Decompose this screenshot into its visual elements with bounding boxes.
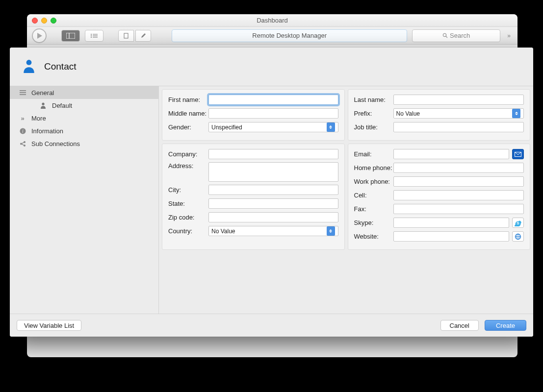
skype-button[interactable]: S xyxy=(512,218,524,228)
skype-icon: S xyxy=(515,220,521,226)
last-name-input[interactable] xyxy=(393,95,524,105)
sidebar-label: Information xyxy=(31,127,63,135)
state-input[interactable] xyxy=(208,198,338,209)
label: City: xyxy=(168,186,208,194)
toolbar-overflow-button[interactable]: » xyxy=(505,32,513,39)
label: Fax: xyxy=(354,205,393,213)
address-input[interactable] xyxy=(208,162,338,182)
select-value: No Value xyxy=(211,228,235,235)
address-bar[interactable]: Remote Desktop Manager xyxy=(172,29,407,42)
person-icon xyxy=(39,102,47,109)
envelope-icon xyxy=(515,152,521,157)
form-content: First name: Middle name: Gender: Unspeci… xyxy=(159,86,533,314)
label: Website: xyxy=(354,233,393,240)
sidebar-label: Sub Connections xyxy=(31,140,80,147)
select-value: Unspecified xyxy=(211,124,242,131)
sidebar-item-more[interactable]: » More xyxy=(10,112,158,124)
svg-rect-8 xyxy=(124,33,128,38)
cell-input[interactable] xyxy=(393,190,524,200)
label: Zip code: xyxy=(168,214,208,221)
label: Gender: xyxy=(168,123,208,131)
share-icon xyxy=(19,141,26,147)
fax-input[interactable] xyxy=(393,204,524,214)
sidebar-item-general[interactable]: General xyxy=(10,86,158,99)
label: Middle name: xyxy=(168,110,208,117)
sidebar-label: General xyxy=(31,89,54,97)
svg-point-15 xyxy=(42,102,44,105)
info-icon: i xyxy=(19,128,26,134)
label: Home phone: xyxy=(354,164,393,172)
city-input[interactable] xyxy=(208,185,338,195)
view-variable-list-button[interactable]: View Variable List xyxy=(17,320,81,331)
traffic-lights xyxy=(32,18,56,24)
middle-name-input[interactable] xyxy=(208,108,338,119)
work-phone-input[interactable] xyxy=(393,176,524,187)
personal-left-panel: First name: Middle name: Gender: Unspeci… xyxy=(162,89,345,141)
chevron-updown-icon xyxy=(512,109,520,118)
titlebar: Dashboard xyxy=(27,14,517,27)
svg-rect-0 xyxy=(66,33,75,39)
label: First name: xyxy=(168,96,208,103)
svg-text:S: S xyxy=(517,221,519,225)
job-title-input[interactable] xyxy=(393,122,524,132)
cancel-button[interactable]: Cancel xyxy=(440,320,479,331)
open-website-button[interactable] xyxy=(512,231,524,242)
svg-line-22 xyxy=(22,144,24,145)
search-placeholder: Search xyxy=(450,32,470,39)
sidebar-item-information[interactable]: i Information xyxy=(10,124,158,137)
search-icon xyxy=(442,33,448,38)
dialog-header: Contact xyxy=(10,48,533,86)
play-button[interactable] xyxy=(32,28,47,43)
label: Address: xyxy=(168,162,208,170)
svg-line-10 xyxy=(446,36,447,38)
svg-point-20 xyxy=(24,145,26,147)
svg-point-6 xyxy=(91,37,92,38)
select-value: No Value xyxy=(396,110,420,117)
contact-icon xyxy=(23,59,35,74)
label: Email: xyxy=(354,150,393,158)
sidebar-item-default[interactable]: Default xyxy=(10,99,158,112)
svg-point-4 xyxy=(91,35,92,36)
sidebar-item-sub-connections[interactable]: Sub Connections xyxy=(10,137,158,150)
label: Cell: xyxy=(354,192,393,199)
panel-toggle-button[interactable] xyxy=(61,30,80,42)
sidebar: General Default » More i Information xyxy=(10,86,159,314)
home-phone-input[interactable] xyxy=(393,163,524,173)
globe-icon xyxy=(515,233,521,240)
label: Skype: xyxy=(354,219,393,226)
first-name-input[interactable] xyxy=(208,95,338,105)
svg-point-19 xyxy=(24,141,26,143)
svg-point-11 xyxy=(26,60,32,65)
create-button[interactable]: Create xyxy=(485,320,526,331)
send-email-button[interactable] xyxy=(512,149,524,159)
close-window-button[interactable] xyxy=(32,18,38,24)
label: State: xyxy=(168,200,208,207)
maximize-window-button[interactable] xyxy=(51,18,56,24)
website-input[interactable] xyxy=(393,231,510,242)
skype-input[interactable] xyxy=(393,218,510,228)
gender-select[interactable]: Unspecified xyxy=(208,122,338,132)
window-title: Dashboard xyxy=(257,17,288,24)
minimize-window-button[interactable] xyxy=(41,18,47,24)
play-icon xyxy=(37,33,42,39)
label: Country: xyxy=(168,227,208,235)
dialog-footer: View Variable List Cancel Create xyxy=(10,314,533,337)
chevron-updown-icon xyxy=(327,226,335,236)
label: Last name: xyxy=(354,96,393,103)
edit-button[interactable] xyxy=(135,30,151,42)
contact-panel: Email: Home phone: Work phone: Cell: Fax… xyxy=(348,144,531,250)
svg-line-21 xyxy=(22,142,24,143)
search-field-back[interactable]: Search xyxy=(412,29,500,42)
svg-point-9 xyxy=(443,33,446,36)
sidebar-label: More xyxy=(31,115,46,122)
email-input[interactable] xyxy=(393,149,510,159)
list-toggle-button[interactable] xyxy=(85,30,103,42)
zip-input[interactable] xyxy=(208,212,338,222)
label: Job title: xyxy=(354,123,393,131)
doc-button[interactable] xyxy=(118,30,134,42)
prefix-select[interactable]: No Value xyxy=(393,108,524,119)
label: Work phone: xyxy=(354,178,393,185)
company-input[interactable] xyxy=(208,149,338,159)
dialog-title: Contact xyxy=(44,61,76,72)
country-select[interactable]: No Value xyxy=(208,226,338,236)
